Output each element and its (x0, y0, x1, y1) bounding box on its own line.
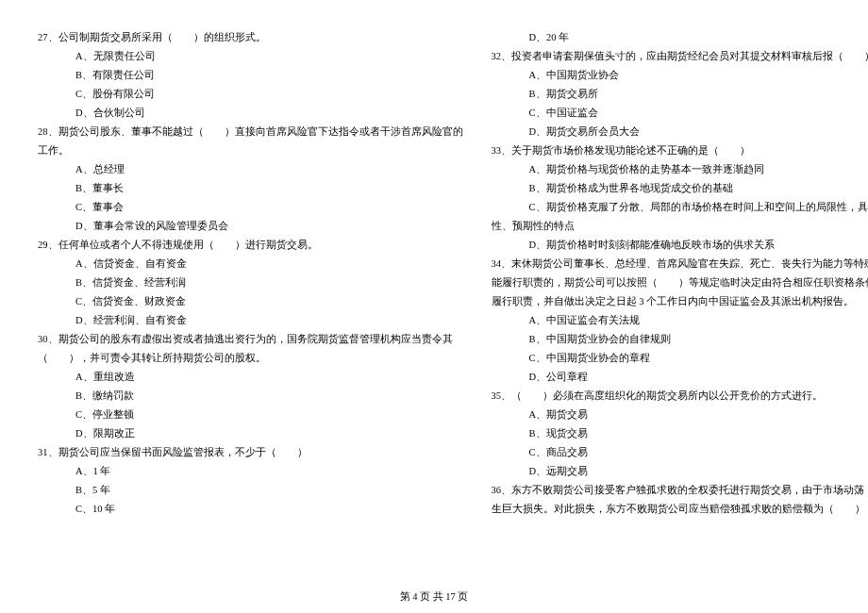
left-column: 27、公司制期货交易所采用（ ）的组织形式。 A、无限责任公司 B、有限责任公司… (38, 28, 463, 575)
question-32: 32、投资者申请套期保值头寸的，应由期货经纪会员对其提交材料审核后报（ ）审批。 (492, 47, 869, 66)
option: D、限期改正 (38, 424, 463, 443)
option: A、期货交易 (492, 406, 869, 424)
option: D、期货交易所会员大会 (492, 123, 869, 141)
question-28-cont: 工作。 (38, 141, 463, 160)
question-34-cont: 能履行职责的，期货公司可以按照（ ）等规定临时决定由符合相应任职资格条件的人员代… (492, 273, 869, 292)
question-29: 29、任何单位或者个人不得违规使用（ ）进行期货交易。 (38, 236, 463, 255)
option: A、重组改造 (38, 368, 463, 387)
page-footer: 第 4 页 共 17 页 (0, 590, 868, 604)
option: C、10 年 (38, 500, 463, 519)
option: B、中国期货业协会的自律规则 (492, 330, 869, 349)
option: C、信贷资金、财政资金 (38, 292, 463, 311)
question-27: 27、公司制期货交易所采用（ ）的组织形式。 (38, 28, 463, 47)
option: D、远期交易 (492, 462, 869, 481)
question-30-cont: （ ），并可责令其转让所持期货公司的股权。 (38, 349, 463, 368)
option: B、有限责任公司 (38, 66, 463, 85)
option: C、中国证监会 (492, 104, 869, 123)
page-content: 27、公司制期货交易所采用（ ）的组织形式。 A、无限责任公司 B、有限责任公司… (38, 28, 830, 575)
option: A、期货价格与现货价格的走势基本一致并逐渐趋同 (492, 160, 869, 179)
right-column: D、20 年 32、投资者申请套期保值头寸的，应由期货经纪会员对其提交材料审核后… (492, 28, 869, 575)
option: A、总经理 (38, 160, 463, 179)
option: D、董事会常设的风险管理委员会 (38, 217, 463, 236)
question-33: 33、关于期货市场价格发现功能论述不正确的是（ ） (492, 141, 869, 160)
question-36: 36、东方不败期货公司接受客户独孤求败的全权委托进行期货交易，由于市场动荡，该交… (492, 481, 869, 500)
option: B、5 年 (38, 481, 463, 500)
question-36-cont: 生巨大损失。对此损失，东方不败期货公司应当赔偿独孤求败的赔偿额为（ ） (492, 500, 869, 519)
option: D、经营利润、自有资金 (38, 311, 463, 330)
option: A、1 年 (38, 462, 463, 481)
question-35: 35、（ ）必须在高度组织化的期货交易所内以公开竞价的方式进行。 (492, 387, 869, 406)
option: C、期货价格克服了分散、局部的市场价格在时间上和空间上的局限性，具有公开性、连续 (492, 198, 869, 217)
option: A、信贷资金、自有资金 (38, 255, 463, 273)
option: A、中国证监会有关法规 (492, 311, 869, 330)
option: C、商品交易 (492, 443, 869, 462)
option: D、合伙制公司 (38, 104, 463, 123)
question-34: 34、末休期货公司董事长、总经理、首席风险官在失踪、死亡、丧失行为能力等特殊情形… (492, 255, 869, 273)
option: C、股份有限公司 (38, 85, 463, 104)
question-33-c-cont: 性、预期性的特点 (492, 217, 869, 236)
option: B、期货价格成为世界各地现货成交价的基础 (492, 179, 869, 198)
option: B、期货交易所 (492, 85, 869, 104)
option: C、董事会 (38, 198, 463, 217)
option: A、无限责任公司 (38, 47, 463, 66)
option: C、中国期货业协会的章程 (492, 349, 869, 368)
option: B、缴纳罚款 (38, 387, 463, 406)
option: A、中国期货业协会 (492, 66, 869, 85)
option: C、停业整顿 (38, 406, 463, 424)
option: D、20 年 (492, 28, 869, 47)
question-34-cont2: 履行职责，并自做出决定之日起 3 个工作日内向中国证监会及其派出机构报告。 (492, 292, 869, 311)
question-30: 30、期货公司的股东有虚假出资或者抽逃出资行为的，国务院期货监督管理机构应当责令… (38, 330, 463, 349)
option: B、现货交易 (492, 424, 869, 443)
option: B、董事长 (38, 179, 463, 198)
option: B、信贷资金、经营利润 (38, 273, 463, 292)
question-31: 31、期货公司应当保留书面风险监管报表，不少于（ ） (38, 443, 463, 462)
question-28: 28、期货公司股东、董事不能越过（ ）直接向首席风险官下达指令或者干涉首席风险官… (38, 123, 463, 141)
option: D、公司章程 (492, 368, 869, 387)
option: D、期货价格时时刻刻都能准确地反映市场的供求关系 (492, 236, 869, 255)
